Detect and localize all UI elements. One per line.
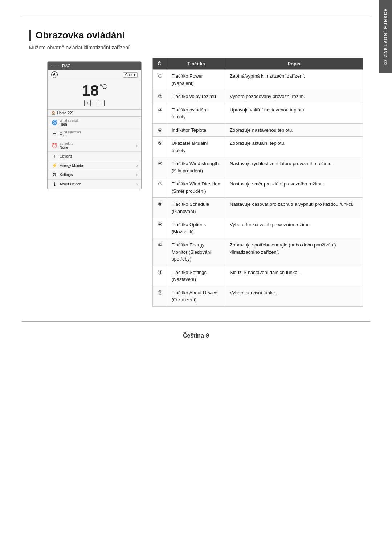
callout-10-connector: 10 [141, 163, 142, 168]
callout-3-line [47, 95, 48, 95]
device-mockup: ← ← RAC 1 ⏻ Cool ▾ [47, 61, 142, 189]
row-num: ⑦ [153, 177, 167, 198]
current-temp-row: 🏠 Home 22° 5 [48, 110, 141, 117]
temp-controls: + − [51, 100, 138, 106]
callout-12-connector: 12 [141, 181, 142, 187]
row-button: Tlačítko Energy Monitor (Sledování spotř… [167, 238, 225, 266]
callout-8-connector: 8 [141, 143, 142, 149]
current-temp-label: Home 22° [57, 111, 73, 115]
row-num: ⑩ [153, 238, 167, 266]
title-bar-accent [29, 30, 31, 41]
page-footer: Čeština-9 [0, 322, 392, 346]
device-mockup-wrapper: ← ← RAC 1 ⏻ Cool ▾ [47, 61, 142, 189]
row-button: Tlačítko Settings (Nastavení) [167, 266, 225, 286]
wind-direction-icon: ≡ [51, 131, 58, 137]
device-header-title: ← RAC [57, 64, 70, 68]
table-row: ⑪Tlačítko Settings (Nastavení)Slouží k n… [153, 266, 363, 286]
menu-item-schedule[interactable]: ⏰ Schedule None › 8 [48, 140, 141, 152]
callout-4-connector: 4 [141, 92, 142, 98]
row-button: Indikátor Teplota [167, 123, 225, 137]
row-button: Tlačítko About Device (O zařízení) [167, 286, 225, 306]
menu-item-options[interactable]: + Options 9 [48, 152, 141, 161]
wind-direction-label-main: Fix [60, 134, 81, 138]
menu-item-wind-strength[interactable]: 🌀 Wind strength High 6 [48, 117, 141, 128]
options-label: Options [60, 154, 72, 158]
temperature-value: 18 [82, 83, 99, 98]
table-row: ②Tlačítko volby režimuVybere požadovaný … [153, 90, 363, 103]
temp-minus-button[interactable]: − [98, 100, 105, 106]
settings-icon: ⚙ [51, 172, 58, 177]
row-button: Ukazatel aktuální teploty [167, 137, 225, 157]
chapter-tab: 02 ZÁKLADNÍ FUNKCE [379, 0, 392, 73]
row-desc: Nastavuje směr proudění provozního režim… [225, 177, 363, 198]
callout-1-connector: 1 [47, 72, 48, 78]
wind-strength-icon: 🌀 [51, 120, 58, 125]
col-header-button: Tlačítka [167, 58, 225, 70]
content-row: ← ← RAC 1 ⏻ Cool ▾ [29, 58, 363, 307]
callout-4-line [141, 95, 142, 95]
options-icon: + [51, 154, 58, 159]
table-row: ①Tlačítko Power (Napájení)Zapíná/vypíná … [153, 70, 363, 90]
callout-12-line [141, 184, 142, 184]
row-desc: Vybere funkci voleb provozním režimu. [225, 218, 363, 238]
schedule-arrow: › [136, 144, 138, 148]
row-num: ② [153, 90, 167, 103]
callout-5-line [141, 113, 142, 113]
menu-item-wind-direction[interactable]: ≡ Wind Direction Fix 7 [48, 128, 141, 140]
wind-strength-label-main: High [60, 122, 80, 126]
row-button: Tlačítko volby režimu [167, 90, 225, 103]
row-desc: Nastavuje časovat pro zapnutí a vypnutí … [225, 198, 363, 218]
settings-arrow: › [136, 173, 138, 177]
about-device-icon: ℹ [51, 181, 58, 187]
row-num: ⑤ [153, 137, 167, 157]
callout-6-line [141, 122, 142, 123]
energy-monitor-label: Energy Monitor [60, 164, 84, 168]
about-device-label: About Device [60, 182, 81, 186]
callout-9-line [141, 156, 142, 156]
temp-value-group: 18 °C [51, 83, 138, 98]
row-desc: Nastavuje rychlost ventilátoru provozníh… [225, 157, 363, 177]
back-arrow-icon: ← [50, 63, 55, 68]
wind-direction-label-top: Wind Direction [60, 130, 81, 134]
about-device-arrow: › [136, 182, 138, 186]
menu-item-settings[interactable]: ⚙ Settings › 11 [48, 170, 141, 180]
row-desc: Zapíná/vypíná klimatizační zařízení. [225, 70, 363, 90]
row-desc: Zobrazuje nastavenou teplotu. [225, 123, 363, 137]
power-button[interactable]: ⏻ [51, 71, 58, 78]
callout-6-connector: 6 [141, 120, 142, 126]
row-button: Tlačítko Power (Napájení) [167, 70, 225, 90]
section-title-row: Obrazovka ovládání [29, 30, 363, 41]
row-num: ③ [153, 103, 167, 123]
menu-item-energy-monitor[interactable]: ⚡ Energy Monitor › 10 [48, 161, 141, 170]
row-desc: Vybere požadovaný provozní režim. [225, 90, 363, 103]
row-num: ④ [153, 123, 167, 137]
temp-unit: °C [99, 83, 107, 91]
callout-7-line [141, 134, 142, 134]
mode-label: Cool ▾ [123, 72, 138, 78]
callout-1-line [47, 75, 48, 75]
table-row: ⑦Tlačítko Wind Direction (Směr proudění)… [153, 177, 363, 198]
section-title: Obrazovka ovládání [36, 30, 125, 41]
callout-11-connector: 11 [141, 172, 142, 178]
schedule-label-main: None [60, 146, 73, 150]
callout-9-connector: 9 [141, 154, 142, 159]
energy-monitor-arrow: › [136, 164, 138, 168]
menu-item-about-device[interactable]: ℹ About Device › 12 [48, 180, 141, 189]
settings-label: Settings [60, 173, 73, 177]
row-button: Tlačítko Wind Direction (Směr proudění) [167, 177, 225, 198]
table-row: ④Indikátor TeplotaZobrazuje nastavenou t… [153, 123, 363, 137]
table-row: ⑤Ukazatel aktuální teplotyZobrazuje aktu… [153, 137, 363, 157]
callout-10-line [141, 165, 142, 166]
row-desc: Vybere servisní funkci. [225, 286, 363, 306]
table-wrapper: Č. Tlačítka Popis ①Tlačítko Power (Napáj… [152, 58, 363, 307]
schedule-icon: ⏰ [51, 143, 58, 148]
callout-11-line [141, 175, 142, 175]
temp-plus-button[interactable]: + [84, 100, 91, 106]
row-desc: Zobrazuje aktuální teplotu. [225, 137, 363, 157]
schedule-label-top: Schedule [60, 142, 73, 146]
row-desc: Slouží k nastavení dalších funkcí. [225, 266, 363, 286]
callout-3-connector: 3 [47, 92, 48, 98]
table-row: ⑧Tlačítko Schedule (Plánování)Nastavuje … [153, 198, 363, 218]
table-row: ⑫Tlačítko About Device (O zařízení)Vyber… [153, 286, 363, 306]
section-subtitle: Můžete obratně ovládat klimatizační zaří… [29, 45, 363, 50]
